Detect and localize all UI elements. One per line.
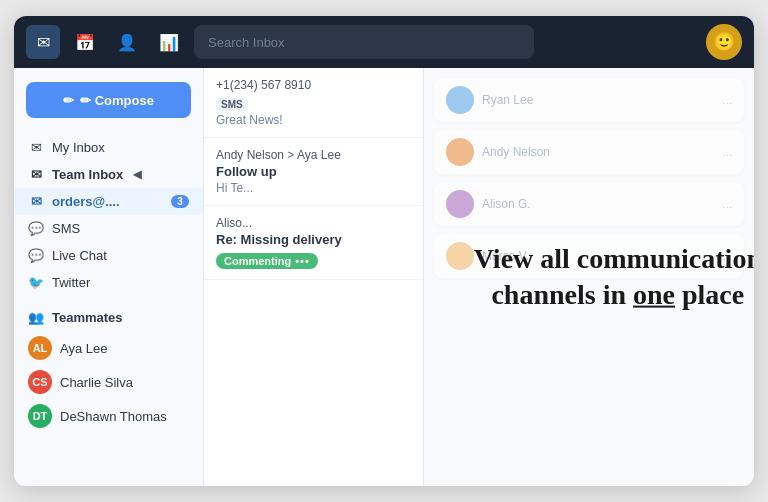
panel-avatar-1 (446, 86, 474, 114)
expand-arrow-icon: ◀ (133, 168, 141, 181)
commenting-badge: Commenting ••• (216, 253, 318, 269)
deshawn-name: DeShawn Thomas (60, 409, 167, 424)
orders-badge: 3 (171, 195, 189, 208)
teammates-label: Teammates (52, 310, 123, 325)
main-panel-row-4: Marco V. ... (434, 234, 744, 278)
panel-text-4: Marco V. (482, 249, 715, 263)
nav-icon-calendar[interactable]: 📅 (68, 25, 102, 59)
commenting-dots: ••• (295, 255, 310, 267)
compose-label: ✏ Compose (80, 93, 154, 108)
convo-sender-1: +1(234) 567 8910 (216, 78, 411, 92)
nav-icon-inbox[interactable]: ✉ (26, 25, 60, 59)
panel-meta-2: ... (723, 146, 732, 158)
panel-avatar-2 (446, 138, 474, 166)
convo-preview-1: Great News! (216, 113, 411, 127)
sms-icon: 💬 (28, 221, 44, 236)
convo-item-1[interactable]: +1(234) 567 8910 SMS Great News! (204, 68, 423, 138)
panel-avatar-4 (446, 242, 474, 270)
app-window: ✉ 📅 👤 📊 🙂 ✏ ✏ Compose ✉ My Inbox ✉ Team … (14, 16, 754, 486)
convo-channel-1: SMS (216, 98, 248, 111)
convo-item-3[interactable]: Aliso... Re: Missing delivery Commenting… (204, 206, 423, 280)
sidebar-item-livechat[interactable]: 💬 Live Chat (14, 242, 203, 269)
sidebar: ✏ ✏ Compose ✉ My Inbox ✉ Team Inbox ◀ ✉ … (14, 68, 204, 486)
panel-meta-4: ... (723, 250, 732, 262)
sidebar-item-twitter[interactable]: 🐦 Twitter (14, 269, 203, 296)
livechat-label: Live Chat (52, 248, 107, 263)
panel-avatar-3 (446, 190, 474, 218)
inbox-icon: ✉ (28, 140, 44, 155)
conversation-list: +1(234) 567 8910 SMS Great News! Andy Ne… (204, 68, 424, 486)
compose-icon: ✏ (63, 93, 74, 108)
panel-text-2: Andy Nelson (482, 145, 715, 159)
top-nav: ✉ 📅 👤 📊 🙂 (14, 16, 754, 68)
convo-subject-2: Follow up (216, 164, 411, 179)
sidebar-team-inbox-header[interactable]: ✉ Team Inbox ◀ (14, 161, 203, 188)
convo-subject-3: Re: Missing delivery (216, 232, 411, 247)
twitter-label: Twitter (52, 275, 90, 290)
nav-icon-contacts[interactable]: 👤 (110, 25, 144, 59)
sidebar-item-orders[interactable]: ✉ orders@.... 3 (14, 188, 203, 215)
teammate-aya[interactable]: AL Aya Lee (14, 331, 203, 365)
convo-sender-2: Andy Nelson > Aya Lee (216, 148, 411, 162)
convo-sender-3: Aliso... (216, 216, 411, 230)
nav-icon-reports[interactable]: 📊 (152, 25, 186, 59)
teammate-charlie[interactable]: CS Charlie Silva (14, 365, 203, 399)
main-panel-row-1: Ryan Lee ... (434, 78, 744, 122)
handwriting-line2: channels in one place (474, 277, 754, 313)
search-bar-wrapper (194, 25, 534, 59)
sidebar-teammates-header[interactable]: 👥 Teammates (14, 304, 203, 331)
sms-label: SMS (52, 221, 80, 236)
handwriting-line2-text: channels in (491, 279, 633, 310)
sidebar-item-sms[interactable]: 💬 SMS (14, 215, 203, 242)
team-inbox-icon: ✉ (28, 167, 44, 182)
teammate-deshawn[interactable]: DT DeShawn Thomas (14, 399, 203, 433)
user-avatar[interactable]: 🙂 (706, 24, 742, 60)
search-input[interactable] (194, 25, 534, 59)
panel-text-1: Ryan Lee (482, 93, 715, 107)
aya-avatar: AL (28, 336, 52, 360)
charlie-avatar: CS (28, 370, 52, 394)
sidebar-item-my-inbox[interactable]: ✉ My Inbox (14, 134, 203, 161)
main-panel-row-2: Andy Nelson ... (434, 130, 744, 174)
compose-button[interactable]: ✏ ✏ Compose (26, 82, 191, 118)
panel-text-3: Alison G. (482, 197, 715, 211)
twitter-icon: 🐦 (28, 275, 44, 290)
convo-preview-2: Hi Te... (216, 181, 411, 195)
main-panel: Ryan Lee ... Andy Nelson ... Alison G. .… (424, 68, 754, 486)
handwriting-line3: place (675, 279, 744, 310)
main-content: ✏ ✏ Compose ✉ My Inbox ✉ Team Inbox ◀ ✉ … (14, 68, 754, 486)
orders-label: orders@.... (52, 194, 120, 209)
my-inbox-label: My Inbox (52, 140, 105, 155)
livechat-icon: 💬 (28, 248, 44, 263)
aya-name: Aya Lee (60, 341, 107, 356)
charlie-name: Charlie Silva (60, 375, 133, 390)
panel-meta-1: ... (723, 94, 732, 106)
commenting-label: Commenting (224, 255, 291, 267)
deshawn-avatar: DT (28, 404, 52, 428)
team-inbox-label: Team Inbox (52, 167, 123, 182)
teammates-icon: 👥 (28, 310, 44, 325)
handwriting-one: one (633, 279, 675, 310)
convo-item-2[interactable]: Andy Nelson > Aya Lee Follow up Hi Te... (204, 138, 423, 206)
main-panel-row-3: Alison G. ... (434, 182, 744, 226)
panel-meta-3: ... (723, 198, 732, 210)
orders-icon: ✉ (28, 194, 44, 209)
